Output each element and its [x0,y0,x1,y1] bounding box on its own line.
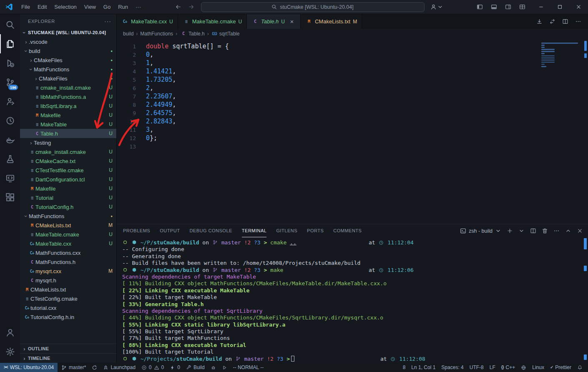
activity-search[interactable] [0,15,20,34]
breadcrumb-item-table-h[interactable]: CTable.h [180,31,205,37]
code-line[interactable]: 62, [117,84,588,92]
tab-table-h[interactable]: CTable.hU× [247,14,301,29]
status-problems[interactable]: 00 [138,363,167,372]
file-libmathfunctions-a[interactable]: ≡libMathFunctions.aU [20,92,116,101]
file-table-h[interactable]: CTable.hU [20,129,116,138]
panel-tab-comments[interactable]: COMMENTS [333,225,362,237]
status-git-branch[interactable]: master* [58,363,89,372]
file-mathfunctions-h[interactable]: CMathFunctions.h [20,257,116,266]
folder-build[interactable]: ›build● [20,46,116,55]
code-line[interactable]: 41.41421, [117,67,588,75]
split-editor-button[interactable] [562,18,568,25]
panel-tab-output[interactable]: OUTPUT [160,225,180,237]
terminal-profile-dropdown-button[interactable] [518,228,525,234]
activity-source-control[interactable]: 196 [0,73,20,92]
code-line[interactable]: 120}; [117,134,588,142]
minimize-button[interactable] [532,0,550,14]
more-actions-button[interactable] [575,18,581,25]
breadcrumb-item-build[interactable]: build [123,31,133,37]
menu-run[interactable]: Run [114,2,132,12]
code-line[interactable]: 82.44949, [117,101,588,109]
toggle-panel-button[interactable] [487,2,500,13]
file-mysqrt-h[interactable]: Cmysqrt.h [20,276,116,285]
file-mathfunctions-cxx[interactable]: C+MathFunctions.cxx [20,248,116,257]
terminal-more-actions-button[interactable] [553,228,560,234]
activity-settings[interactable] [0,342,20,361]
code-line[interactable]: 92.64575, [117,109,588,117]
status-ports[interactable]: 0 [167,363,183,372]
tab-maketable-cxx[interactable]: C+MakeTable.cxxU [117,14,178,29]
back-button[interactable] [175,4,181,10]
panel-tab-terminal[interactable]: TERMINAL [242,225,267,237]
status-encoding[interactable]: UTF-8 [467,363,487,372]
file-ctesttestfile-cmake[interactable]: ≡CTestTestfile.cmakeU [20,166,116,175]
code-line[interactable]: 20, [117,50,588,59]
code-line[interactable]: 113, [117,126,588,134]
download-button[interactable] [536,18,543,25]
code-line[interactable]: 51.73205, [117,75,588,84]
open-changes-button[interactable] [549,18,555,25]
outline-section-header[interactable]: › OUTLINE [20,344,116,353]
file-libsqrtlibrary-a[interactable]: ≡libSqrtLibrary.aU [20,101,116,111]
timeline-section-header[interactable]: › TIMELINE [20,353,116,363]
status-eol[interactable]: LF [487,363,498,372]
panel-tab-problems[interactable]: PROBLEMS [123,225,150,237]
folder-cmakefiles[interactable]: ›CMakeFiles● [20,74,116,83]
breadcrumb-item-mathfunctions[interactable]: MathFunctions [140,31,173,37]
file-mysqrt-cxx[interactable]: C+mysqrt.cxxM [20,266,116,276]
status-remote-indicator[interactable]: ><WSL: Ubuntu-20.04 [0,363,58,372]
file-cmake-install-cmake[interactable]: ≡cmake_install.cmakeU [20,83,116,92]
file-makefile[interactable]: MMakefileU [20,111,116,120]
customize-layout-button[interactable] [516,2,528,13]
folder-mathfunctions[interactable]: ›MathFunctions● [20,65,116,74]
menu-file[interactable]: File [18,2,34,12]
status-cmake-launch[interactable] [219,363,230,372]
file-cmakelists-txt[interactable]: MCMakeLists.txtM [20,221,116,230]
file-tutorialconfig-h[interactable]: CTutorialConfig.hU [20,202,116,211]
status-prettier[interactable]: ✓Prettier [547,363,574,372]
status-status-count[interactable]: 8 [400,363,409,372]
status-git-sync[interactable] [89,363,100,372]
tab-cmakelists-txt[interactable]: MCMakeLists.txtM [301,14,362,29]
file-cmake-install-cmake[interactable]: ≡cmake_install.cmakeU [20,147,116,156]
file-makefile[interactable]: MMakefileU [20,184,116,193]
project-root-header[interactable]: › STUCMAKE [WSL: UBUNTU-20.04] [20,28,116,37]
maximize-button[interactable] [550,0,569,14]
file-maketable-cmake[interactable]: ≡MakeTable.cmakeU [20,230,116,239]
activity-testing[interactable] [0,149,20,168]
menu-more[interactable]: ··· [132,2,145,12]
folder-vscode[interactable]: ›.vscode [20,37,116,46]
terminal-picker[interactable]: zsh - build [460,228,501,234]
folder-testing[interactable]: ›Testing [20,138,116,147]
activity-accounts[interactable] [0,323,20,342]
status-cmake-build[interactable]: Build [183,363,208,372]
code-line[interactable]: 13 [117,142,588,151]
terminal[interactable]: ~/P/stuCmake/build on master !2 ?3 > cma… [117,237,588,363]
status-notifications[interactable] [574,363,585,372]
toggle-secondary-sidebar-button[interactable] [502,2,514,13]
status-vim-mode[interactable]: -- NORMAL -- [230,363,267,372]
menu-view[interactable]: View [80,2,100,12]
close-window-button[interactable] [569,0,588,14]
file-tutorial[interactable]: ≡TutorialU [20,193,116,202]
code-line[interactable]: 1double sqrtTable[] = { [117,42,588,50]
activity-live-share[interactable] [0,92,20,111]
menu-selection[interactable]: Selection [50,2,80,12]
folder-mathfunctions[interactable]: ›MathFunctions● [20,211,116,221]
folder-cmakefiles[interactable]: ›CMakeFiles● [20,55,116,65]
status-indentation[interactable]: Spaces: 4 [438,363,466,372]
file-dartconfiguration-tcl[interactable]: ≡DartConfiguration.tclU [20,175,116,184]
code-line[interactable]: 31, [117,59,588,67]
activity-docker[interactable] [0,130,20,149]
tab-maketable-cmake[interactable]: ≡MakeTable.cmakeU [178,14,247,29]
status-network[interactable] [518,363,529,372]
command-center-search[interactable]: stuCmake [WSL: Ubuntu-20.04] [201,2,425,12]
activity-gitlens[interactable] [0,111,20,130]
file-cmakelists-txt[interactable]: MCMakeLists.txt [20,285,116,294]
menu-edit[interactable]: Edit [34,2,50,12]
explorer-more-actions[interactable]: ··· [104,18,111,25]
file-tutorialconfig-h-in[interactable]: C+TutorialConfig.h.in [20,312,116,322]
panel-tab-ports[interactable]: PORTS [307,225,324,237]
panel-tab-gitlens[interactable]: GITLENS [276,225,297,237]
status-os-indicator[interactable]: Linux [529,363,547,372]
